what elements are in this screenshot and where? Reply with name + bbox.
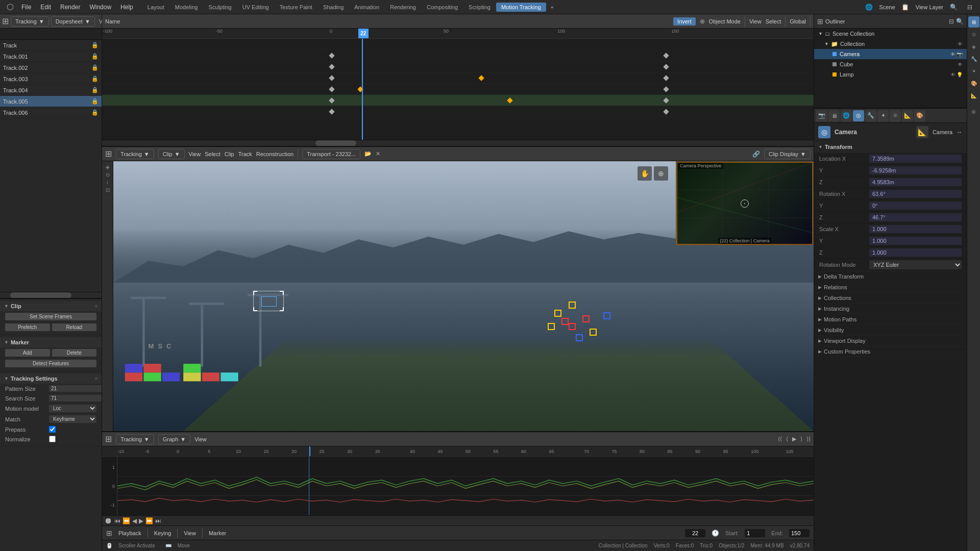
v-icon-1[interactable]: ⊞ [968,16,979,28]
graph-type-dropdown[interactable]: Graph ▼ [158,434,190,444]
clip-view-menu[interactable]: View [189,151,201,157]
location-x-input[interactable] [869,155,962,163]
workspace-uv[interactable]: UV Editing [237,3,274,12]
clip-display-dropdown[interactable]: Clip Display ▼ [764,149,811,159]
key-diamond-4a[interactable] [329,86,334,92]
track-item-2[interactable]: Track.002 🔒 [0,62,102,73]
end-frame-input[interactable] [789,529,810,537]
props-icon-material[interactable]: 🎨 [914,110,925,121]
dopesheet-mode-icon[interactable]: ⊞ [2,16,9,26]
transport-dropdown[interactable]: Transport - 23232... [302,149,360,159]
track-item-5[interactable]: Track.005 🔒 [0,96,102,107]
rotation-x-input[interactable] [869,190,962,198]
key-diamond-1b[interactable] [664,53,669,58]
key-diamond-3b[interactable] [478,75,484,81]
view-label[interactable]: View [749,18,762,24]
transform-header[interactable]: ▼ Transform [814,141,967,153]
set-scene-frames-btn[interactable]: Set Scene Frames [5,313,96,320]
marker-6[interactable] [590,329,597,336]
relations-section[interactable]: ▶ Relations [814,282,967,293]
motion-model-select[interactable]: Loc [49,405,96,412]
filter-icon[interactable]: ⊟ [964,1,976,13]
dopesheet-mode-dropdown[interactable]: Tracking ▼ [11,16,49,27]
clip-lock-icon[interactable]: 🔗 [752,151,760,158]
workspace-animation[interactable]: Animation [349,3,384,12]
graph-view-menu[interactable]: View [194,436,207,442]
marker-7[interactable] [603,312,610,319]
outliner-search-icon[interactable]: 🔍 [956,18,964,25]
scale-z-input[interactable] [869,248,962,257]
key-diamond-4c[interactable] [664,86,669,92]
dopesheet-scroll-thumb[interactable] [10,292,71,298]
clip-file-icon[interactable]: 📂 [364,151,372,157]
viewport-display-section[interactable]: ▶ Viewport Display [814,336,967,346]
rotation-z-input[interactable] [869,213,962,221]
instancing-section[interactable]: ▶ Instancing [814,304,967,314]
track-item-3[interactable]: Track.003 🔒 [0,73,102,85]
graph-mode-dropdown[interactable]: Tracking ▼ [116,434,154,444]
rotation-y-input[interactable] [869,202,962,210]
outliner-collection[interactable]: ▼ 📁 Collection 👁 [814,39,967,49]
playback-mode-icon[interactable]: ⊞ [106,529,112,537]
marker-5[interactable] [569,323,576,330]
reload-btn[interactable]: Reload [52,323,97,331]
motion-paths-section[interactable]: ▶ Motion Paths [814,314,967,325]
pattern-size-input[interactable] [49,385,102,392]
current-frame-display[interactable]: 22 [685,529,705,537]
delta-transform-section[interactable]: ▶ Delta Transform [814,271,967,282]
key-diamond-5c[interactable] [664,97,669,103]
scale-y-input[interactable] [869,237,962,245]
menu-window[interactable]: Window [85,2,115,12]
search-icon[interactable]: 🔍 [947,1,960,13]
clip-type-dropdown[interactable]: Clip ▼ [158,149,185,159]
clip-side-icon-1[interactable]: ◈ [106,164,110,170]
graph-ctrl-4[interactable]: ⟩ [800,436,802,442]
graph-ctrl-5[interactable]: ⟩⟩ [806,436,811,442]
search-size-input[interactable] [49,395,102,402]
first-frame-btn[interactable]: ⏮ [114,517,120,524]
dopesheet-scrollbar[interactable] [0,292,102,298]
camera-render-icon[interactable]: 📷 [957,52,963,57]
clip-side-icon-4[interactable]: ⊡ [106,187,110,193]
playback-label[interactable]: Playback [118,530,141,536]
blender-logo[interactable]: ⬡ [4,1,16,13]
clip-section-options[interactable]: ≡ [95,304,97,309]
graph-ctrl-2[interactable]: ⟨ [786,436,788,442]
clip-viewport[interactable]: M S C ✋ ⊕ [113,161,814,431]
marker-section-header[interactable]: ▼ Marker [0,337,102,347]
workspace-shading[interactable]: Shading [318,3,349,12]
outliner-filter-icon[interactable]: ⊟ [949,18,954,25]
object-mode-icon[interactable]: ⊕ [700,18,705,25]
key-diamond-6b[interactable] [664,109,669,114]
v-icon-3[interactable]: ◈ [968,41,979,52]
v-icon-8[interactable]: ⚙ [968,106,979,117]
viewlayer-icon[interactable]: 📋 [899,1,912,13]
custom-properties-section[interactable]: ▶ Custom Properties [814,346,967,357]
lamp-icon[interactable]: 💡 [957,72,963,78]
clip-select-menu[interactable]: Select [205,151,220,157]
v-icon-5[interactable]: ✦ [968,65,979,77]
props-icon-modifier[interactable]: 🔧 [865,110,876,121]
object-expand-icon[interactable]: ↔ [957,129,963,136]
prepass-checkbox[interactable] [49,426,56,433]
camera-eye[interactable]: 👁 [950,52,955,57]
rotation-mode-select[interactable]: XYZ Euler [869,260,962,269]
tracking-settings-header[interactable]: ▼ Tracking Settings ≡ [0,373,102,384]
outliner-camera[interactable]: Camera 👁 📷 [814,49,967,59]
key-diamond-6a[interactable] [329,109,334,114]
next-frame-btn[interactable]: ⏩ [145,517,153,524]
outliner-mode-icon[interactable]: ⊞ [817,17,823,26]
v-icon-6[interactable]: 🎨 [968,78,979,89]
props-icon-output[interactable]: 🖥 [828,110,840,121]
clip-clip-menu[interactable]: Clip [225,151,234,157]
clip-close-icon[interactable]: ✕ [376,151,380,157]
workspace-sculpting[interactable]: Sculpting [203,3,236,12]
clip-mode-dropdown[interactable]: Tracking ▼ [116,149,154,159]
marker-3[interactable] [561,318,569,325]
marker-label[interactable]: Marker [209,530,226,536]
graph-ctrl-3[interactable]: ▶ [792,436,796,442]
location-z-input[interactable] [869,178,962,186]
v-icon-4[interactable]: 🔧 [968,53,979,64]
match-select[interactable]: Keyframe [49,415,96,423]
cube-eye[interactable]: 👁 [958,62,963,67]
